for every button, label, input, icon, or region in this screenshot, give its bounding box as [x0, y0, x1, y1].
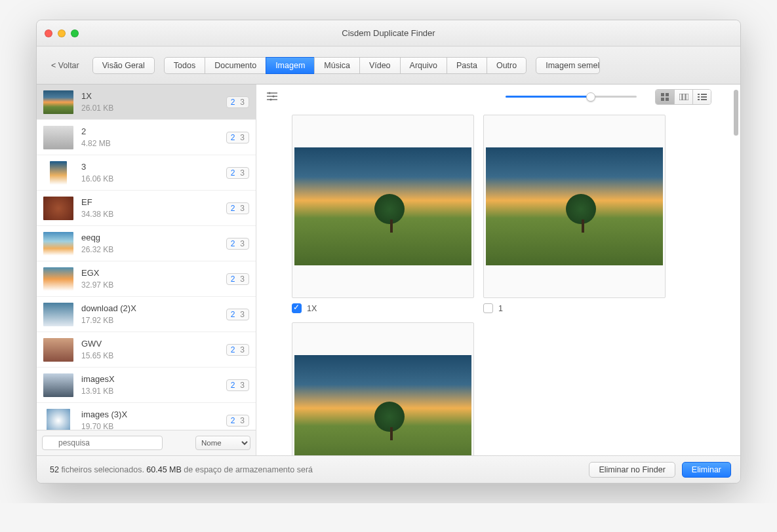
- reveal-in-finder-button[interactable]: Eliminar no Finder: [589, 462, 675, 478]
- count-badge: 23: [226, 415, 249, 427]
- tab-overview[interactable]: Visão Geral: [92, 57, 155, 74]
- search-input[interactable]: [42, 436, 163, 450]
- list-item[interactable]: EGX32.97 KB23: [37, 261, 256, 297]
- tab-archive[interactable]: Arquivo: [400, 57, 447, 74]
- svg-rect-13: [683, 94, 685, 100]
- item-name: images (3)X: [81, 409, 226, 419]
- thumbnail-icon: [47, 409, 70, 430]
- select-checkbox[interactable]: [292, 303, 302, 313]
- thumbnail-icon: [43, 267, 73, 291]
- sort-select[interactable]: Nome: [195, 436, 250, 450]
- sidebar: 1X26.01 KB2324.82 MB23316.06 KB23EF34.38…: [37, 85, 256, 455]
- list-item[interactable]: 1X26.01 KB23: [37, 85, 256, 120]
- preview-tile[interactable]: [292, 322, 474, 455]
- item-name: eeqg: [81, 233, 226, 242]
- count-badge: 23: [226, 238, 249, 250]
- delete-button[interactable]: Eliminar: [682, 462, 731, 478]
- svg-rect-10: [661, 98, 664, 101]
- window-title: Cisdem Duplicate Finder: [37, 28, 740, 38]
- svg-rect-9: [666, 93, 669, 96]
- preview-tile[interactable]: 1X: [292, 115, 474, 313]
- item-name: EF: [81, 197, 226, 207]
- toolbar: < Voltar Visão Geral Todos Documento Ima…: [37, 47, 740, 85]
- list-item[interactable]: eeqg26.32 KB23: [37, 226, 256, 261]
- tab-other[interactable]: Outro: [487, 57, 527, 74]
- list-item[interactable]: download (2)X17.92 KB23: [37, 297, 256, 332]
- tab-video[interactable]: Vídeo: [359, 57, 401, 74]
- tab-music[interactable]: Música: [314, 57, 360, 74]
- thumbnail-icon: [43, 232, 73, 256]
- titlebar[interactable]: Cisdem Duplicate Finder: [37, 20, 740, 47]
- count-badge: 23: [226, 96, 249, 108]
- preview-image[interactable]: [292, 322, 474, 455]
- list-item[interactable]: images (3)X19.70 KB23: [37, 403, 256, 430]
- thumbnail-icon: [43, 197, 73, 220]
- svg-rect-19: [698, 99, 700, 100]
- item-name: 2: [81, 126, 226, 136]
- list-item[interactable]: EF34.38 KB23: [37, 191, 256, 226]
- svg-point-5: [269, 92, 271, 94]
- item-size: 13.91 KB: [81, 387, 226, 396]
- select-checkbox[interactable]: [483, 303, 493, 313]
- footer: 52 ficheiros selecionados. 60.45 MB de e…: [37, 455, 740, 483]
- item-size: 32.97 KB: [81, 280, 226, 290]
- tab-similar-image[interactable]: Imagem semelha: [536, 57, 600, 74]
- preview-tile[interactable]: 1: [483, 115, 666, 313]
- item-name: GWV: [81, 339, 226, 349]
- list-item[interactable]: GWV15.65 KB23: [37, 332, 256, 368]
- scrollbar-icon[interactable]: [734, 90, 738, 136]
- preview-image[interactable]: [292, 115, 474, 298]
- tab-image[interactable]: Imagem: [266, 57, 315, 74]
- svg-rect-15: [698, 94, 700, 95]
- close-icon[interactable]: [45, 29, 52, 37]
- item-name: 3: [81, 162, 226, 172]
- view-grid-icon[interactable]: [656, 90, 674, 104]
- item-size: 34.38 KB: [81, 210, 226, 219]
- svg-rect-20: [701, 99, 707, 100]
- svg-point-7: [270, 98, 272, 100]
- back-button[interactable]: < Voltar: [45, 61, 86, 70]
- item-size: 26.01 KB: [81, 104, 226, 113]
- minimize-icon[interactable]: [58, 29, 66, 37]
- thumbnail-icon: [43, 338, 73, 362]
- view-columns-icon[interactable]: [674, 90, 692, 104]
- svg-rect-18: [701, 96, 707, 98]
- list-item[interactable]: 24.82 MB23: [37, 120, 256, 155]
- list-item[interactable]: imagesX13.91 KB23: [37, 368, 256, 403]
- count-badge: 23: [226, 309, 249, 320]
- item-size: 15.65 KB: [81, 351, 226, 360]
- count-badge: 23: [226, 202, 249, 214]
- item-name: EGX: [81, 268, 226, 278]
- count-badge: 23: [226, 379, 249, 391]
- count-badge: 23: [226, 344, 249, 356]
- item-name: download (2)X: [81, 303, 226, 313]
- item-size: 26.32 KB: [81, 245, 226, 254]
- tab-document[interactable]: Documento: [205, 57, 266, 74]
- tile-label: 1: [498, 304, 503, 313]
- thumbnail-icon: [43, 126, 73, 149]
- zoom-icon[interactable]: [71, 29, 79, 37]
- list-options-icon[interactable]: [266, 91, 280, 103]
- item-size: 4.82 MB: [81, 139, 226, 148]
- list-item[interactable]: 316.06 KB23: [37, 155, 256, 191]
- view-list-icon[interactable]: [692, 90, 711, 104]
- tab-folder[interactable]: Pasta: [447, 57, 487, 74]
- item-size: 19.70 KB: [81, 422, 226, 430]
- item-name: 1X: [81, 91, 226, 101]
- count-badge: 23: [226, 167, 249, 179]
- duplicate-groups-list[interactable]: 1X26.01 KB2324.82 MB23316.06 KB23EF34.38…: [37, 85, 256, 430]
- item-name: imagesX: [81, 374, 226, 384]
- tab-all[interactable]: Todos: [164, 57, 205, 74]
- preview-image[interactable]: [483, 115, 666, 298]
- app-window: Cisdem Duplicate Finder < Voltar Visão G…: [36, 20, 741, 484]
- item-size: 16.06 KB: [81, 174, 226, 183]
- thumbnail-icon: [43, 90, 73, 114]
- svg-rect-17: [698, 96, 700, 98]
- status-text: 52 ficheiros selecionados. 60.45 MB de e…: [50, 465, 313, 474]
- svg-rect-14: [686, 94, 688, 100]
- preview-pane: 1X1: [256, 85, 740, 455]
- svg-rect-8: [661, 93, 664, 96]
- zoom-slider[interactable]: [506, 96, 637, 98]
- svg-rect-16: [701, 94, 707, 95]
- thumbnail-icon: [43, 303, 73, 326]
